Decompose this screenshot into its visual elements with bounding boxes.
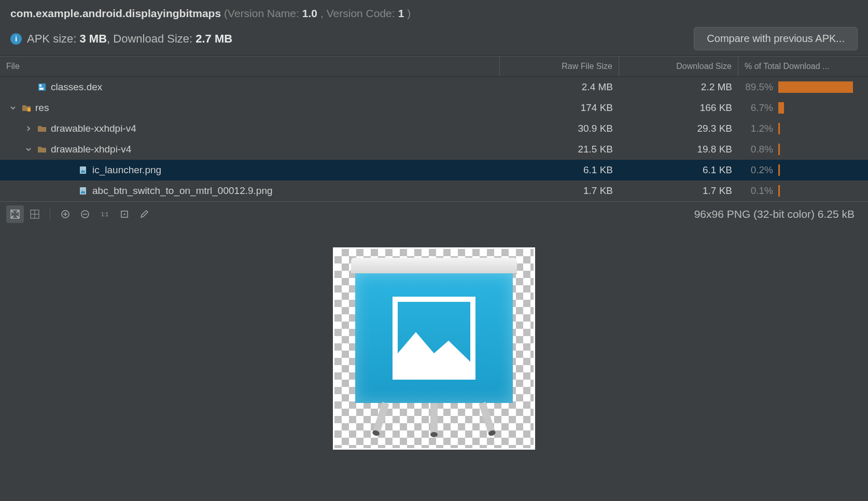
raw-size: 6.1 KB	[500, 161, 619, 179]
pct-text: 89.5%	[745, 81, 773, 93]
table-row[interactable]: classes.dex2.4 MB2.2 MB89.5%	[0, 77, 868, 98]
download-size: 1.7 KB	[619, 182, 738, 200]
pct-text: 6.7%	[745, 102, 773, 114]
image-preview[interactable]	[333, 247, 535, 450]
close-paren: )	[407, 7, 411, 20]
download-size: 2.2 MB	[619, 78, 738, 96]
table-row[interactable]: drawable-xxhdpi-v430.9 KB29.3 KB1.2%	[0, 118, 868, 139]
preview-pane: 1:1 96x96 PNG (32-bit color) 6.25 kB	[0, 201, 868, 501]
download-size-label: Download Size:	[113, 32, 195, 45]
folder-res-icon	[22, 103, 31, 113]
preview-toolbar: 1:1 96x96 PNG (32-bit color) 6.25 kB	[0, 202, 868, 227]
svg-rect-3	[27, 108, 31, 112]
file-name: classes.dex	[51, 81, 102, 93]
table-row[interactable]: res174 KB166 KB6.7%	[0, 98, 868, 118]
col-download-size[interactable]: Download Size	[619, 57, 738, 76]
file-name: res	[35, 102, 49, 114]
version-code-label: , Version Code:	[320, 7, 395, 20]
image-icon	[79, 165, 88, 175]
compare-apk-button[interactable]: Compare with previous APK...	[694, 27, 858, 50]
table-row[interactable]: abc_btn_switch_to_on_mtrl_00012.9.png1.7…	[0, 180, 868, 201]
fit-to-window-button[interactable]	[6, 205, 24, 223]
actual-size-button[interactable]: 1:1	[96, 205, 114, 223]
zoom-out-button[interactable]	[76, 205, 94, 223]
grid-button[interactable]	[26, 205, 44, 223]
info-icon: i	[10, 33, 22, 45]
chevron-right-icon[interactable]	[25, 125, 32, 132]
zoom-in-button[interactable]	[57, 205, 74, 223]
version-name-label: (Version Name:	[224, 7, 299, 20]
raw-size: 2.4 MB	[500, 78, 619, 96]
image-icon	[79, 186, 88, 196]
download-size: 29.3 KB	[619, 120, 738, 137]
pct-bar	[778, 185, 862, 197]
apk-title: com.example.android.displayingbitmaps (V…	[10, 7, 858, 20]
download-size: 19.8 KB	[619, 141, 738, 158]
chevron-down-icon[interactable]	[9, 104, 17, 112]
apk-size-value: 3 MB	[79, 32, 107, 45]
raw-size: 21.5 KB	[500, 141, 619, 158]
folder-icon	[37, 124, 47, 133]
chevron-down-icon[interactable]	[25, 146, 32, 153]
apk-size-label: APK size:	[27, 32, 79, 45]
pct-bar	[778, 123, 862, 134]
pct-bar	[778, 81, 862, 93]
file-name: drawable-xxhdpi-v4	[51, 123, 136, 134]
pct-text: 0.2%	[745, 164, 773, 176]
launcher-icon	[351, 258, 517, 439]
col-pct-download[interactable]: % of Total Download ...	[738, 57, 868, 76]
dex-icon	[37, 82, 47, 92]
package-name: com.example.android.displayingbitmaps	[10, 7, 221, 20]
download-size: 166 KB	[619, 99, 738, 117]
col-file[interactable]: File	[0, 57, 500, 76]
pct-bar	[778, 144, 862, 155]
toolbar-separator	[50, 207, 50, 221]
raw-size: 174 KB	[500, 99, 619, 117]
version-name: 1.0	[302, 7, 317, 20]
file-table: File Raw File Size Download Size % of To…	[0, 55, 868, 201]
raw-size: 1.7 KB	[500, 182, 619, 200]
svg-text:1:1: 1:1	[101, 212, 108, 217]
svg-rect-1	[39, 88, 44, 90]
svg-point-17	[124, 214, 125, 215]
download-size-value: 2.7 MB	[195, 32, 232, 45]
color-picker-button[interactable]	[135, 205, 153, 223]
download-size: 6.1 KB	[619, 161, 738, 179]
pct-text: 0.1%	[745, 185, 773, 197]
raw-size: 30.9 KB	[500, 120, 619, 137]
file-name: abc_btn_switch_to_on_mtrl_00012.9.png	[92, 185, 273, 197]
file-name: drawable-xhdpi-v4	[51, 144, 131, 155]
svg-rect-2	[39, 85, 41, 87]
file-name: ic_launcher.png	[92, 164, 161, 176]
table-row[interactable]: ic_launcher.png6.1 KB6.1 KB0.2%	[0, 160, 868, 180]
preview-info: 96x96 PNG (32-bit color) 6.25 kB	[694, 208, 862, 220]
pct-text: 0.8%	[745, 144, 773, 155]
pct-text: 1.2%	[745, 123, 773, 134]
crop-button[interactable]	[116, 205, 133, 223]
pct-bar	[778, 102, 862, 114]
pct-bar	[778, 164, 862, 176]
col-raw-size[interactable]: Raw File Size	[500, 57, 619, 76]
version-code: 1	[398, 7, 404, 20]
table-header: File Raw File Size Download Size % of To…	[0, 56, 868, 77]
table-row[interactable]: drawable-xhdpi-v421.5 KB19.8 KB0.8%	[0, 139, 868, 160]
folder-icon	[37, 145, 47, 154]
